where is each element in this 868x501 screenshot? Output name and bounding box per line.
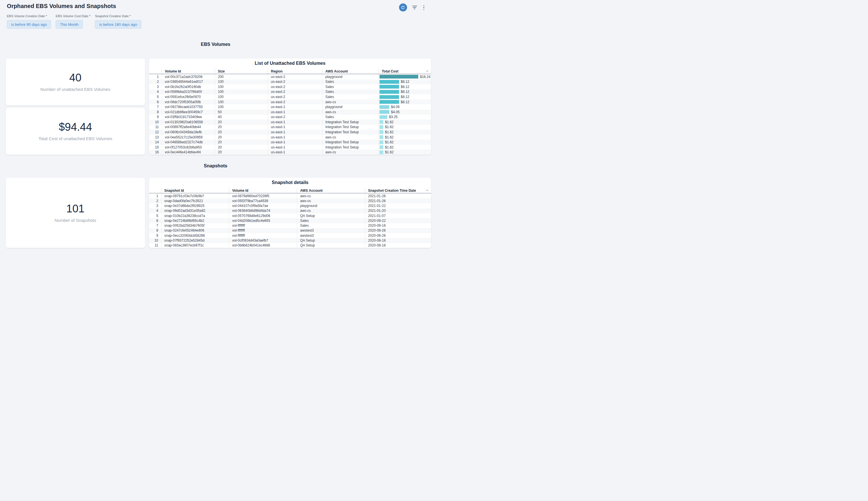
table-row: 1snap-09791c03e7c0fe9b7vol-0879d960ed702… bbox=[149, 193, 431, 198]
cell-snapshot-id: snap-0ecc32063dcb58286 bbox=[161, 233, 229, 238]
cell-region: us-east-1 bbox=[268, 150, 322, 155]
table-row: 16vol-0ec446e414bfee4f420us-east-1aws-cs… bbox=[149, 150, 431, 155]
cell-total-cost: $8.12 bbox=[379, 84, 431, 89]
table-row: 2vol-036548544e61ed017100us-east-2Sales$… bbox=[149, 79, 431, 85]
cell-total-cost: $3.25 bbox=[379, 115, 431, 120]
cell-region: us-east-2 bbox=[268, 79, 322, 85]
cost-bar bbox=[379, 115, 387, 119]
table-row: 4vol-0589bba321f766d00100us-east-2Sales$… bbox=[149, 89, 431, 95]
cell-row-number: 5 bbox=[149, 213, 161, 218]
cell-volume-id: vol-0591efce2fb5e0970 bbox=[162, 94, 215, 99]
cell-total-cost: $4.05 bbox=[379, 104, 431, 109]
column-header-total-cost[interactable]: Total Cost bbox=[379, 69, 431, 74]
cell-snapshot-id: snap-0dad0fa0ec7fc3521 bbox=[161, 198, 229, 203]
cell-snapshot-id: snap-0052bd25834b7605f bbox=[161, 223, 229, 228]
cost-bar bbox=[379, 140, 383, 144]
cell-volume-id: vol-044107c0f9a5fa7ae bbox=[229, 203, 297, 209]
column-header-volume-id[interactable]: Volume Id bbox=[162, 69, 215, 74]
chevron-down-icon[interactable] bbox=[426, 70, 429, 74]
cell-total-cost: $1.62 bbox=[379, 145, 431, 150]
cost-bar bbox=[379, 75, 418, 78]
cell-size: 100 bbox=[215, 104, 268, 109]
filter-value-button[interactable]: is before 90 days ago bbox=[7, 20, 51, 29]
cell-size: 50 bbox=[215, 109, 268, 115]
table-row: 6snap-0e2724b88bf85c4b2vol-04d208b1ed5c4… bbox=[149, 218, 431, 223]
ebs-volumes-table: Volume IdSizeRegionAWS AccountTotal Cost… bbox=[149, 69, 431, 155]
column-header-snapshot-id[interactable]: Snapshot Id bbox=[161, 188, 229, 193]
cell-snapshot-id: snap-09791c03e7c0fe9b7 bbox=[161, 193, 229, 198]
cell-aws-account: Integration Test Setup bbox=[322, 119, 379, 125]
ebs-stat-column: 40 Number of unattached EBS Volumes $94.… bbox=[6, 58, 145, 155]
cell-aws-account: playground bbox=[322, 74, 379, 79]
cell-row-number: 10 bbox=[149, 238, 161, 243]
cell-volume-id: vol-04d208b1ed5c4e693 bbox=[229, 218, 297, 223]
cell-volume-id: vol-00c371a2adc378206 bbox=[162, 74, 215, 79]
cell-row-number: 4 bbox=[149, 89, 162, 95]
table-title: List of Unattached EBS Volumes bbox=[149, 61, 431, 68]
refresh-button[interactable] bbox=[399, 3, 407, 11]
column-header-region[interactable]: Region bbox=[268, 69, 322, 74]
ebs-volumes-table-card: List of Unattached EBS Volumes Volume Id… bbox=[149, 58, 431, 155]
cost-bar bbox=[379, 120, 383, 124]
table-row: 8snap-0247cfe052464e606vol-ffffffffawste… bbox=[149, 228, 431, 233]
table-row: 14vol-04658bed2327c74db20us-east-1Integr… bbox=[149, 140, 431, 145]
table-row: 15vol-0f127053c82b6a95320us-east-1Integr… bbox=[149, 145, 431, 150]
cell-aws-account: awstest3 bbox=[297, 228, 365, 233]
kebab-menu-button[interactable] bbox=[422, 4, 426, 11]
filter-value-button[interactable]: is before 180 days ago bbox=[95, 20, 141, 29]
cell-row-number: 3 bbox=[149, 203, 161, 209]
cell-aws-account: aws-cs bbox=[297, 198, 365, 203]
table-row: 7snap-0052bd25834b7605fvol-ffffffffSales… bbox=[149, 223, 431, 228]
cell-snapshot-creation-date: 2021-01-26 bbox=[365, 198, 431, 203]
cost-bar bbox=[379, 135, 383, 139]
table-row: 5vol-0591efce2fb5e0970100us-east-2Sales$… bbox=[149, 94, 431, 99]
cell-region: us-east-2 bbox=[268, 115, 322, 120]
cell-snapshot-id: snap-07f9372252e52845d bbox=[161, 238, 229, 243]
column-header-volume-id[interactable]: Volume Id bbox=[229, 188, 297, 193]
column-header-size[interactable]: Size bbox=[215, 69, 268, 74]
table-row: 10vol-013029620a810655820us-east-1Integr… bbox=[149, 119, 431, 125]
column-header-aws-account[interactable]: AWS Account bbox=[322, 69, 379, 74]
cell-volume-id: vol-0ec446e414bfee4f4 bbox=[162, 150, 215, 155]
cell-aws-account: aws-cs bbox=[297, 209, 365, 213]
cell-size: 100 bbox=[215, 84, 268, 89]
cell-row-number: 3 bbox=[149, 84, 162, 89]
cell-total-cost: $8.12 bbox=[379, 99, 431, 105]
cost-value: $1.62 bbox=[385, 125, 394, 129]
column-header-aws-account[interactable]: AWS Account bbox=[297, 188, 365, 193]
cell-snapshot-creation-date: 2021-01-20 bbox=[365, 209, 431, 213]
cell-aws-account: playground bbox=[297, 203, 365, 209]
cell-total-cost: $16.24 bbox=[379, 74, 431, 79]
filter-button[interactable] bbox=[411, 4, 418, 10]
cell-region: us-east-1 bbox=[268, 140, 322, 145]
cell-volume-id: vol-0ee552c7c15e30959 bbox=[162, 135, 215, 140]
cost-value: $3.25 bbox=[389, 115, 398, 119]
cell-region: us-east-1 bbox=[268, 109, 322, 115]
cell-volume-id: vol-021db96ee300459c7 bbox=[162, 109, 215, 115]
cell-volume-id: vol-013029620a8106558 bbox=[162, 119, 215, 125]
cell-total-cost: $1.62 bbox=[379, 150, 431, 155]
filter-value-button[interactable]: This Month bbox=[56, 20, 83, 29]
refresh-icon bbox=[401, 6, 405, 10]
column-header-snapshot-creation-date[interactable]: Snapshot Creation Time Date bbox=[365, 188, 431, 193]
table-row: 11vol-00697ff2a6e40bb4420us-east-1Integr… bbox=[149, 125, 431, 130]
filter-ebs-volume-cost-date: EBS Volume Cost Date * This Month bbox=[56, 14, 90, 29]
filter-lines-icon bbox=[412, 6, 417, 9]
table-row: 8vol-021db96ee300459c750us-east-1aws-cs$… bbox=[149, 109, 431, 115]
cell-volume-id: vol-06dc720f5305a05fb bbox=[162, 99, 215, 105]
chevron-down-icon[interactable] bbox=[426, 189, 429, 193]
stat-label: Number of Snapshots bbox=[54, 218, 96, 223]
snapshot-stat-column: 101 Number of Snapshots bbox=[6, 178, 145, 248]
cell-volume-id: vol-063840b8d98d4da74 bbox=[229, 209, 297, 213]
cell-volume-id: vol-05f2f79ba77ca4539 bbox=[229, 198, 297, 203]
cell-region: us-east-2 bbox=[268, 74, 322, 79]
cell-aws-account: Integration Test Setup bbox=[322, 140, 379, 145]
cost-bar bbox=[379, 150, 383, 154]
snapshot-details-table: Snapshot IdVolume IdAWS AccountSnapshot … bbox=[149, 188, 431, 248]
cost-value: $1.62 bbox=[385, 135, 394, 139]
stat-card-unattached-volume-count: 40 Number of unattached EBS Volumes bbox=[6, 58, 145, 106]
cell-row-number: 2 bbox=[149, 198, 161, 203]
cell-row-number: 11 bbox=[149, 125, 162, 130]
cell-volume-id: vol-0606c04349da18efb bbox=[162, 129, 215, 135]
cost-value: $8.12 bbox=[401, 95, 409, 99]
